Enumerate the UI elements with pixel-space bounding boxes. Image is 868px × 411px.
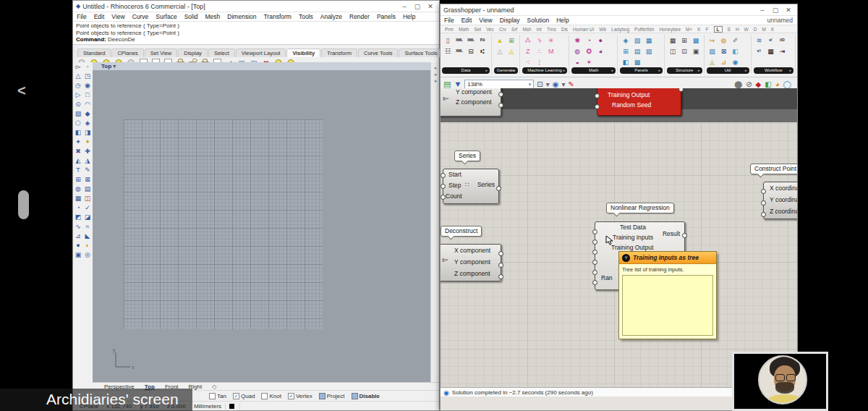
rhino-menu-dimension[interactable]: Dimension [224,13,260,20]
gh-component-icon[interactable]: ∴ [534,46,545,56]
maximize-icon[interactable]: ▢ [770,7,781,14]
gh-component-icon[interactable]: ⁂ [522,35,534,46]
port-in[interactable] [761,212,766,217]
input-training-output[interactable]: Training Output [597,90,681,100]
rhino-menu-edit[interactable]: Edit [90,13,109,20]
sidebar-tool-icon[interactable]: ◳ [83,72,93,80]
gh-component-icon[interactable]: ◬ [707,56,718,67]
checkbox-icon[interactable]: ✓ [233,393,239,399]
rhino-panel-strip[interactable]: ◂◂◂ [430,62,439,383]
gh-component-icon[interactable]: ⋮ [534,56,545,67]
gh-tab-vec[interactable]: Vec [486,27,494,32]
sidebar-tool-icon[interactable]: ∿ [74,222,83,231]
sidebar-tool-icon[interactable]: ◣ [83,232,93,240]
sidebar-tool-icon[interactable]: ◩ [74,213,83,221]
gh-component-icon[interactable]: ▦ [765,46,777,56]
sidebar-tool-icon[interactable]: ◠ [83,100,93,109]
sidebar-tool-icon[interactable]: ◫ [83,194,93,203]
input-z-coordinate[interactable]: Z coordinate [764,206,797,217]
rhino-tab-viewport-layout[interactable]: Viewport Layout [236,48,286,57]
rhino-tab-set-view[interactable]: Set View [145,48,177,57]
gh-component-icon[interactable]: ◍ [571,46,583,56]
gh-component-icon[interactable]: ◫ [667,46,678,56]
wireframe-preview-icon[interactable]: ◧ [765,80,771,88]
command-prompt[interactable]: Command: DeeconDe [76,36,436,43]
rhino-tab-standard[interactable]: Standard [77,48,111,57]
rhino-tab-display[interactable]: Display [178,48,208,57]
port-out[interactable] [498,92,503,97]
port-in[interactable] [441,184,446,189]
output-y-component[interactable]: Y component [441,256,501,268]
gh-component-icon[interactable]: ◧ [620,56,631,67]
port-in[interactable] [595,104,600,109]
gh-tab-w[interactable]: W [744,27,749,32]
rhino-menu-surface[interactable]: Surface [152,13,180,20]
port-out[interactable] [498,274,503,279]
gem-preview-icon[interactable]: ◆ [756,80,762,88]
gh-component-icon[interactable]: △ [494,46,506,56]
camera-icon[interactable]: ⬤ [734,80,742,88]
rhino-menu-view[interactable]: View [108,13,128,20]
gh-tab-human-ui[interactable]: Human UI [573,27,594,32]
port-in[interactable] [761,189,766,194]
gh-tab-set[interactable]: Set [474,27,481,32]
construct-point-component[interactable]: X coordinate Y coordinate Z coordinate ⑂… [763,182,797,219]
gh-tab-prm[interactable]: Prm [445,27,454,32]
osnap-tan[interactable]: Tan [209,393,226,399]
gh-component-icon[interactable]: ≋ [754,35,765,46]
gh-component-icon[interactable]: ✱ [571,35,583,46]
gh-component-icon[interactable]: ⊠ [718,46,730,56]
sidebar-tool-icon[interactable]: ● [74,241,83,250]
sidebar-tool-icon[interactable]: ◈ [83,119,93,127]
osnap-project[interactable]: Project [319,393,345,399]
rhino-tab-select[interactable]: Select [208,48,235,57]
gh-tab-m[interactable]: M+ [686,27,692,32]
gh-tab-int[interactable]: Int [537,27,542,32]
sidebar-tool-icon[interactable]: △ [74,72,83,80]
gh-component-icon[interactable]: ⊞ [620,46,631,56]
webcam-overlay[interactable] [732,352,828,411]
gh-tab-s[interactable]: S [728,27,731,32]
sidebar-tool-icon[interactable]: □ [83,90,93,99]
gh-component-icon[interactable]: XML [454,46,465,56]
port-in[interactable] [441,195,446,200]
gh-component-icon[interactable]: ▧ [643,46,655,56]
rhino-command-area[interactable]: Point objects to reference ( Type=Point … [73,22,439,45]
sidebar-tool-icon[interactable]: ◧ [74,128,83,137]
rhino-menu-curve[interactable]: Curve [129,13,153,20]
rhino-menu-mesh[interactable]: Mesh [202,13,224,20]
rhino-menu-render[interactable]: Render [346,13,373,20]
sidebar-tool-icon[interactable]: ◐ [83,241,93,250]
sidebar-tool-icon[interactable]: ✓ [83,203,93,212]
sidebar-tool-icon[interactable]: ◭ [74,156,83,165]
gh-component-icon[interactable]: ▩ [690,35,702,46]
port-out[interactable] [498,263,503,268]
side-scroll-handle[interactable] [18,190,29,219]
gh-group-label-machine-learning[interactable]: Machine Learning▸ [522,67,567,74]
gh-component-icon[interactable]: ⁖ [522,56,534,67]
status-layer[interactable] [226,403,240,410]
sidebar-tool-icon[interactable]: ▦ [74,194,83,203]
gh-component-icon[interactable]: ☷ [442,46,454,56]
gh-component-icon[interactable]: Z [522,46,534,56]
gh-menu-help[interactable]: Help [553,17,572,24]
rhino-tab-surface-tools[interactable]: Surface Tools [399,48,443,57]
rhino-tab-curve-tools[interactable]: Curve Tools [358,48,398,57]
gh-menu-solution[interactable]: Solution [524,17,553,24]
gh-component-icon[interactable]: ▯ [442,35,454,46]
gh-component-icon[interactable]: ◒ [571,56,583,67]
gh-group-label-math[interactable]: Math▸ [571,67,616,74]
gh-tab-ladybug[interactable]: Ladybug [611,27,629,32]
gh-tab-msh[interactable]: Msh [522,27,531,32]
rhino-menu-solid[interactable]: Solid [181,13,202,20]
sidebar-tool-icon[interactable]: ◷ [74,81,83,90]
sidebar-tool-icon[interactable]: ▣ [74,250,83,259]
gh-component-icon[interactable]: ◬ [506,46,517,56]
gh-component-icon[interactable]: ◍ [718,35,730,46]
gh-titlebar[interactable]: Grasshopper - unnamed –▢✕ [441,4,797,16]
sidebar-tool-icon[interactable]: ✦ [83,137,93,146]
sidebar-tool-icon[interactable]: ▨ [74,109,83,118]
viewport-canvas[interactable]: y x [93,70,430,383]
input-start[interactable]: Start [443,169,498,180]
deconstruct-top-component[interactable]: x̂ʸᶻ Y component Z component [441,88,501,116]
